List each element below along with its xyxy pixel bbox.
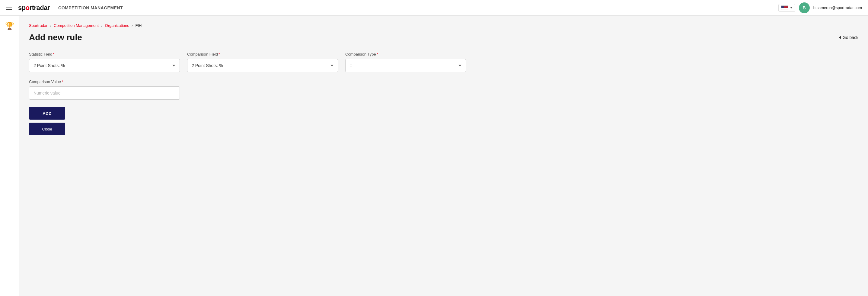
comparison-type-required: * [377,52,378,57]
form-row-1: Statistic Field* 2 Point Shots: % Compar… [29,52,858,72]
breadcrumb-organizations[interactable]: Organizations [105,23,129,28]
comparison-field-chevron-icon [331,65,334,66]
comparison-field-select[interactable]: 2 Point Shots: % [187,59,338,72]
main-content: Sportradar › Competition Management › Or… [19,16,868,296]
form-actions: ADD Close [29,107,858,135]
hamburger-menu[interactable] [6,6,12,10]
top-navigation: sportradar COMPETITION MANAGEMENT B b.ca… [0,0,868,16]
breadcrumb-separator-2: › [101,23,103,28]
comparison-field-group: Comparison Field* 2 Point Shots: % [187,52,338,72]
statistic-field-label: Statistic Field* [29,52,180,57]
us-flag-icon [781,5,788,10]
go-back-label: Go back [843,35,858,40]
form-row-2: Comparison Value* [29,80,858,100]
page-title: Add new rule [29,33,82,42]
comparison-field-value: 2 Point Shots: % [192,63,223,68]
user-email: b.cameron@sportradar.com [813,5,862,10]
nav-right: B b.cameron@sportradar.com [778,2,862,13]
trophy-icon[interactable]: 🏆 [5,22,14,30]
logo: sportradar [18,4,50,12]
comparison-value-group: Comparison Value* [29,80,180,100]
breadcrumb: Sportradar › Competition Management › Or… [29,23,858,28]
comparison-type-label: Comparison Type* [345,52,466,57]
comparison-type-chevron-icon [459,65,462,66]
sidebar: 🏆 [0,16,19,296]
page-header: Add new rule Go back [29,33,858,42]
nav-title: COMPETITION MANAGEMENT [58,5,123,10]
language-selector[interactable] [778,4,795,12]
language-chevron-icon [790,7,793,8]
comparison-value-input[interactable] [29,86,180,100]
close-button[interactable]: Close [29,123,65,135]
comparison-field-required: * [218,52,220,57]
breadcrumb-competition-management[interactable]: Competition Management [54,23,99,28]
breadcrumb-separator-1: › [50,23,51,28]
breadcrumb-fih: FIH [135,23,142,28]
avatar: B [799,2,810,13]
breadcrumb-separator-3: › [132,23,133,28]
comparison-field-label: Comparison Field* [187,52,338,57]
comparison-value-required: * [62,80,63,84]
statistic-field-group: Statistic Field* 2 Point Shots: % [29,52,180,72]
statistic-field-chevron-icon [172,65,175,66]
comparison-type-group: Comparison Type* = [345,52,466,72]
go-back-chevron-icon [839,36,841,39]
comparison-value-label: Comparison Value* [29,80,180,84]
statistic-field-required: * [53,52,54,57]
statistic-field-select[interactable]: 2 Point Shots: % [29,59,180,72]
comparison-type-value: = [350,63,352,68]
breadcrumb-sportradar[interactable]: Sportradar [29,23,48,28]
comparison-type-select[interactable]: = [345,59,466,72]
statistic-field-value: 2 Point Shots: % [33,63,65,68]
go-back-button[interactable]: Go back [839,35,858,40]
add-rule-form: Statistic Field* 2 Point Shots: % Compar… [29,52,858,135]
add-button[interactable]: ADD [29,107,65,120]
